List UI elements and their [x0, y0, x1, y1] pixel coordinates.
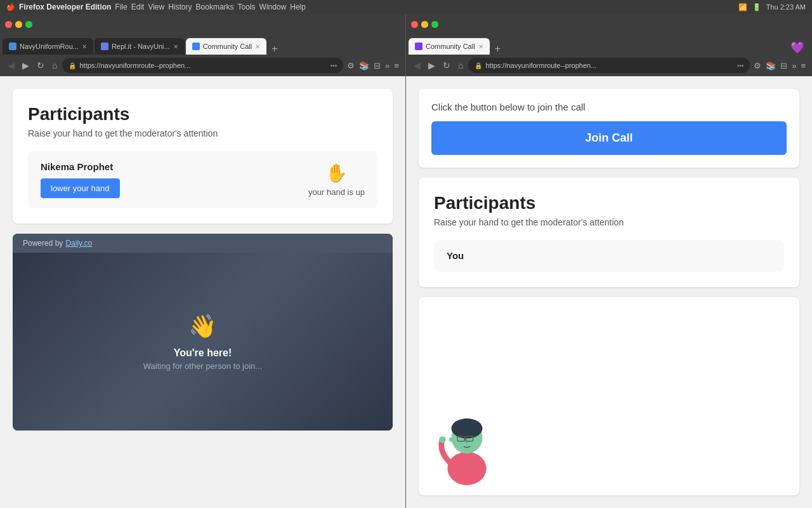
tab-replit[interactable]: Repl.it - NavyUni... ✕ — [95, 38, 185, 55]
lock-icon-right: 🔒 — [475, 62, 482, 69]
edit-menu[interactable]: Edit — [131, 3, 145, 11]
right-browser-chrome: Community Call ✕ + 💜 ◀ ▶ ↻ ⌂ 🔒 https://n… — [406, 14, 812, 76]
tab-navy-1[interactable]: NavyUniformRou... ✕ — [3, 38, 93, 55]
minimize-button-right[interactable] — [421, 21, 428, 28]
illustration-area — [419, 297, 799, 495]
tab-favicon — [101, 43, 108, 50]
view-menu[interactable]: View — [148, 3, 164, 11]
participant-left: Nikema Prophet lower your hand — [41, 161, 120, 198]
tab-label: Community Call — [203, 43, 252, 50]
right-nav-extras: ⚙ 📚 ⊟ » ≡ — [752, 60, 807, 72]
raised-hand-icon: ✋ — [325, 163, 348, 184]
participant-name: Nikema Prophet — [41, 161, 120, 172]
left-nav-bar: ◀ ▶ ↻ ⌂ 🔒 https://navyuniformroute--prop… — [0, 55, 405, 76]
new-tab-button-right[interactable]: + — [491, 43, 504, 55]
tab-favicon — [9, 43, 16, 50]
tools-menu[interactable]: Tools — [238, 3, 256, 11]
battery-icon: 🔋 — [752, 3, 761, 11]
participant-card-nikema: Nikema Prophet lower your hand ✋ your ha… — [28, 151, 377, 208]
new-tab-button-left[interactable]: + — [268, 43, 281, 55]
tab-label-right: Community Call — [426, 43, 475, 50]
right-participants-title: Participants — [434, 193, 784, 213]
forward-button-left[interactable]: ▶ — [20, 59, 32, 72]
tab-close-icon[interactable]: ✕ — [82, 43, 87, 50]
tab-close-icon[interactable]: ✕ — [173, 43, 178, 50]
sidebar-toggle-right[interactable]: ⊟ — [779, 60, 789, 72]
close-button-right[interactable] — [411, 21, 418, 28]
overflow-icon-right[interactable]: » — [790, 60, 797, 72]
more-icon-right[interactable]: ••• — [737, 62, 744, 69]
daily-embed: Powered by Daily.co 👋 You're here! Waiti… — [13, 234, 393, 431]
wave-emoji: 👋 — [188, 313, 217, 340]
tab-close-icon[interactable]: ✕ — [255, 43, 260, 50]
address-bar-left[interactable]: 🔒 https://navyuniformroute--prophen... •… — [62, 58, 343, 73]
tab-community-right[interactable]: Community Call ✕ — [409, 38, 490, 55]
left-browser-chrome: NavyUniformRou... ✕ Repl.it - NavyUni...… — [0, 14, 405, 76]
daily-link[interactable]: Daily.co — [65, 239, 92, 248]
home-button-left[interactable]: ⌂ — [49, 59, 60, 72]
close-button-left[interactable] — [5, 21, 12, 28]
library-icon[interactable]: 📚 — [358, 60, 370, 72]
tab-label: NavyUniformRou... — [20, 43, 79, 50]
address-bar-right[interactable]: 🔒 https://navyuniformroute--prophen... •… — [468, 58, 750, 73]
discord-icon-right[interactable]: 💜 — [790, 41, 804, 55]
address-text-left: https://navyuniformroute--prophen... — [79, 62, 327, 69]
powered-by-label: Powered by — [23, 239, 63, 248]
svg-point-7 — [449, 438, 454, 442]
home-button-right[interactable]: ⌂ — [455, 59, 466, 72]
menu-icon-left[interactable]: ≡ — [393, 60, 400, 72]
svg-point-8 — [439, 436, 446, 443]
join-call-text: Click the button below to join the call — [431, 102, 787, 112]
os-menu-bar: 🍎 Firefox Developer Edition File Edit Vi… — [0, 0, 812, 14]
sidebar-toggle-left[interactable]: ⊟ — [372, 60, 382, 72]
library-icon-right[interactable]: 📚 — [764, 60, 777, 72]
left-participants-title: Participants — [28, 104, 377, 124]
svg-point-6 — [466, 441, 468, 443]
menu-icon-right[interactable]: ≡ — [799, 60, 807, 72]
history-menu[interactable]: History — [168, 3, 192, 11]
left-participants-subtitle: Raise your hand to get the moderator's a… — [28, 128, 377, 138]
daily-sub-text: Waiting for other person to join... — [143, 361, 262, 371]
maximize-button-left[interactable] — [25, 21, 32, 28]
right-participants-subtitle: Raise your hand to get the moderator's a… — [434, 217, 784, 227]
address-text-right: https://navyuniformroute--prophen... — [485, 62, 733, 69]
join-call-card: Click the button below to join the call … — [419, 89, 799, 168]
right-page-content: Click the button below to join the call … — [406, 76, 812, 508]
reload-button-left[interactable]: ↻ — [34, 59, 47, 72]
apple-menu[interactable]: 🍎 — [6, 3, 15, 11]
lower-hand-button[interactable]: lower your hand — [41, 178, 120, 198]
maximize-button-right[interactable] — [431, 21, 438, 28]
tab-label: Repl.it - NavyUni... — [112, 43, 170, 50]
overflow-icon-left[interactable]: » — [384, 60, 391, 72]
minimize-button-left[interactable] — [15, 21, 22, 28]
window-menu[interactable]: Window — [259, 3, 287, 11]
right-title-bar — [406, 14, 812, 34]
forward-button-right[interactable]: ▶ — [426, 59, 438, 72]
help-menu[interactable]: Help — [290, 3, 306, 11]
left-tabs-row: NavyUniformRou... ✕ Repl.it - NavyUni...… — [0, 34, 405, 55]
tab-favicon — [192, 43, 200, 50]
tab-community-left[interactable]: Community Call ✕ — [186, 38, 267, 55]
back-button-right[interactable]: ◀ — [411, 59, 423, 72]
bookmarks-menu[interactable]: Bookmarks — [196, 3, 234, 11]
devtools-icon-right[interactable]: ⚙ — [752, 60, 763, 72]
more-icon-left[interactable]: ••• — [331, 62, 337, 69]
tab-close-right[interactable]: ✕ — [478, 43, 483, 50]
tab-favicon-right — [415, 43, 422, 50]
right-nav-bar: ◀ ▶ ↻ ⌂ 🔒 https://navyuniformroute--prop… — [406, 55, 812, 76]
devtools-icon[interactable]: ⚙ — [346, 60, 356, 72]
wifi-icon: 📶 — [738, 3, 747, 11]
daily-header: Powered by Daily.co — [13, 234, 393, 253]
reload-button-right[interactable]: ↻ — [440, 59, 453, 72]
right-tabs-row: Community Call ✕ + 💜 — [406, 34, 812, 55]
firefox-menu[interactable]: Firefox Developer Edition — [19, 3, 111, 11]
traffic-lights-right — [411, 21, 438, 28]
file-menu[interactable]: File — [115, 3, 127, 11]
svg-point-0 — [447, 452, 486, 486]
svg-point-2 — [452, 418, 483, 439]
right-browser-window: Community Call ✕ + 💜 ◀ ▶ ↻ ⌂ 🔒 https://n… — [406, 14, 812, 508]
clock: Thu 2:23 AM — [766, 3, 806, 11]
left-page-content: Participants Raise your hand to get the … — [0, 76, 405, 508]
back-button-left[interactable]: ◀ — [5, 59, 17, 72]
join-call-button[interactable]: Join Call — [431, 121, 787, 155]
